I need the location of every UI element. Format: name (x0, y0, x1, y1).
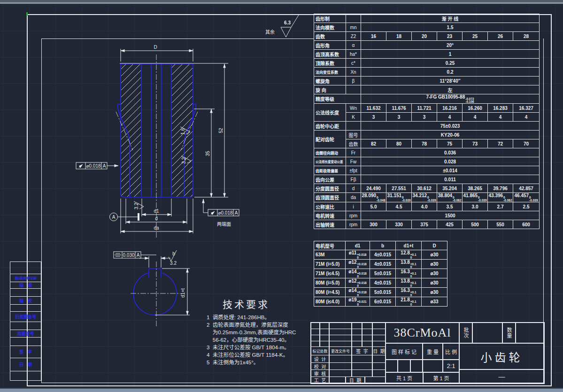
table-cell: ø30 (422, 250, 447, 260)
datum-letter: A (112, 215, 116, 220)
table-cell: 4±0.015 (370, 250, 396, 260)
row-label-cell: 法向变位系数 (314, 68, 346, 77)
roughness-prefix: 其余 (265, 29, 275, 35)
table-cell: ø19+0.0210 (346, 297, 370, 307)
row-label-cell: 71M (i≤4.5) (314, 269, 346, 278)
revision-header: 签 字 (352, 346, 372, 355)
margin-row-empty (10, 371, 41, 381)
gear-parameter-table: 齿形制渐 开 线法向模数mn1.5齿数Z216182023252628齿形角α2… (314, 14, 540, 229)
table-cell: 550 (488, 220, 513, 229)
margin-row-empty (10, 322, 41, 330)
table-cell: 3.5 (437, 202, 463, 211)
table-cell: 30.612 (412, 184, 437, 193)
row-label-cell: 齿圈径向跳动 (314, 148, 346, 157)
row-label-cell: 精度等级 (314, 94, 361, 104)
table-cell: 0.036 (361, 148, 540, 157)
tech-req-line: 5 未注倒角为1x45°。 (207, 359, 319, 366)
table-cell: 300 (361, 220, 386, 229)
dim-label-d1t: d1+t (180, 288, 185, 298)
empty-cell (372, 355, 386, 363)
table-cell: 2.5 (513, 202, 540, 211)
table-cell: 1 (361, 50, 540, 59)
table-cell: ø33 (422, 297, 447, 307)
fcf-tolerance: 0.030 (123, 253, 134, 258)
table-cell: 73 (463, 139, 488, 148)
row-label-cell: 螺旋角 (314, 77, 346, 85)
table-cell: 38.265 (463, 184, 488, 193)
empty-cell (365, 377, 386, 384)
table-cell: ø30 (422, 269, 447, 278)
table-cell: 图号 (346, 131, 361, 139)
fcf-tolerance: ⌀0.018 (218, 210, 232, 215)
table-cell: 375 (412, 220, 437, 229)
table-cell: 16.327 (513, 104, 540, 113)
table-cell: 1500 (361, 211, 540, 220)
table-cell: 25 (463, 32, 488, 41)
table-cell: 23 (437, 32, 463, 41)
table-cell: 330 (386, 220, 412, 229)
part-name: 小齿轮 (459, 343, 544, 369)
sign-row-label: 校 对 (311, 362, 329, 370)
svg-text:3.2: 3.2 (181, 157, 186, 164)
table-cell: 80 (386, 139, 412, 148)
empty-cell (352, 355, 372, 363)
row-label-cell: 80M (i=5.0) (314, 278, 346, 288)
table-cell: 11.676 (386, 104, 412, 113)
row-label-cell: 公法线长度 (314, 104, 346, 122)
row-label-cell: 出轴转速 (314, 220, 346, 229)
table-cell: 0.2 (361, 68, 540, 77)
roughness-value: 6.3 (284, 20, 291, 25)
table-cell: d (346, 184, 361, 193)
table-cell: 4 (463, 113, 488, 122)
table-cell: ø14+0.0180 (346, 269, 370, 278)
revision-header: 更改文件号 (329, 346, 352, 355)
part-number: — (459, 369, 544, 384)
table-cell: 0.011 (361, 175, 540, 184)
tech-req-line: 1 调质处理: 241-286HB。 (207, 314, 319, 321)
stamp-header: 比 例 (443, 343, 459, 360)
table-cell: 3 (412, 113, 437, 122)
table-cell: ±0.014 (361, 166, 540, 175)
tech-req-line: 为0.25mm-0.3mm,表面硬度为HRC (207, 329, 319, 336)
table-cell: 4±0.015 (370, 260, 396, 269)
table-cell: 16.3+0.10 (396, 269, 422, 278)
dim-label-d1: d1 (154, 208, 159, 214)
table-cell: 82 (361, 139, 386, 148)
empty-cell (398, 360, 410, 372)
row-label-cell: 顶隙系数 (314, 59, 346, 68)
table-cell: Fw (346, 157, 361, 166)
table-cell: c* (346, 59, 361, 68)
table-cell: β (346, 77, 361, 85)
row-label-cell: 分度圆直径 (314, 184, 346, 193)
table-cell: 75±0.023 (361, 122, 540, 131)
dim-label-52: 52 (218, 128, 224, 133)
table-cell: 16.260 (463, 104, 488, 113)
runout-arrow-icon (79, 164, 83, 168)
row-label-cell: 法向模数 (314, 23, 346, 32)
margin-row-label: 描 图 (10, 282, 41, 289)
table-cell: 2.7 (488, 202, 513, 211)
roughness-mark-bore: 3.2 (134, 201, 144, 209)
table-cell: 4±0.015 (370, 278, 396, 288)
sign-row-label: 工 艺 (311, 377, 329, 384)
table-cell: 70 (513, 139, 540, 148)
table-cell (346, 122, 361, 131)
table-cell: 16.216 (437, 104, 463, 113)
table-cell: ha* (346, 50, 361, 59)
row-label-cell: 电机转速 (314, 211, 346, 220)
table-cell: 13.8+0.10 (396, 260, 422, 269)
table-cell: ø30 (422, 288, 447, 297)
empty-cell (516, 323, 544, 343)
table-cell: 16 (361, 32, 386, 41)
sign-row-label: 审 核 (311, 369, 329, 377)
row-label-cell: 71M (i=5.0) (314, 260, 346, 269)
stamp-header: 重 量 (423, 343, 443, 360)
table-cell: 72 (488, 139, 513, 148)
runout-arrow-icon (211, 211, 215, 215)
row-label-cell: 齿数 (314, 32, 346, 41)
table-cell: 500 (463, 220, 488, 229)
table-cell: 425 (437, 220, 463, 229)
table-cell: mn (346, 23, 361, 32)
empty-cell (372, 369, 386, 377)
table-cell: 11.721 (412, 104, 437, 113)
